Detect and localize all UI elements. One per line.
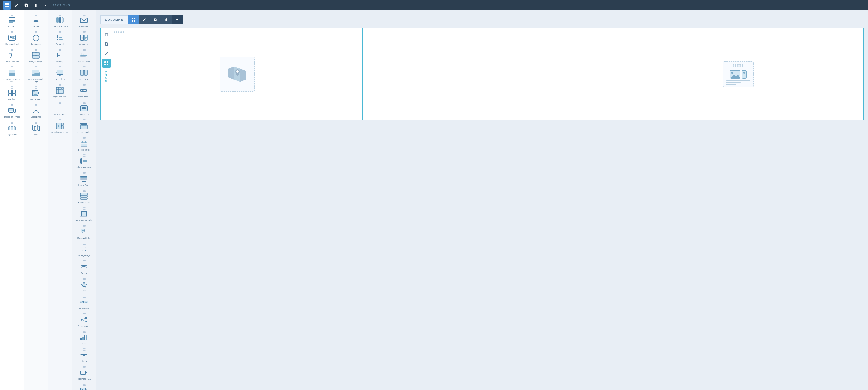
settings-label: Settings Page: [78, 254, 90, 257]
widget-stats[interactable]: Stats: [73, 329, 94, 346]
svg-rect-20: [8, 73, 16, 76]
widget-icon[interactable]: Icon: [73, 277, 94, 293]
svg-rect-61: [59, 39, 63, 40]
svg-rect-26: [12, 93, 16, 96]
divider-label: Divider: [81, 360, 87, 362]
svg-rect-112: [81, 193, 88, 195]
widget-recent-posts[interactable]: Recent posts: [73, 188, 94, 205]
svg-rect-182: [742, 70, 746, 78]
svg-rect-38: [36, 52, 39, 55]
widget-social-follow[interactable]: f in t Social follow: [73, 294, 94, 311]
dots-decoration: [82, 49, 86, 51]
widget-pricing[interactable]: Pricing Table: [73, 171, 94, 187]
hero-slider-icon: [56, 69, 64, 78]
widget-pillar-menu[interactable]: Pillar Page Menu: [73, 153, 94, 170]
widget-accordion[interactable]: Accordion: [1, 12, 23, 29]
svg-point-178: [237, 70, 239, 72]
svg-rect-32: [14, 126, 16, 130]
button-4-icon: [80, 263, 88, 271]
dots-decoration: [9, 122, 14, 124]
widget-newsletter[interactable]: Newsletter: [73, 12, 94, 29]
svg-text:1: 1: [81, 36, 83, 40]
widget-number-row[interactable]: 1 2 3 Two Columns: [73, 48, 94, 64]
svg-rect-103: [83, 160, 87, 161]
widget-video[interactable]: Video: [73, 382, 94, 390]
widget-logos-slider[interactable]: Logos slider: [1, 120, 23, 137]
dots-decoration: [58, 102, 62, 104]
widget-heading[interactable]: H Heading: [49, 48, 70, 64]
widget-hero-angle[interactable]: Hero Ocean wit h angle: [25, 65, 46, 84]
svg-rect-101: [81, 158, 82, 163]
widget-ocean-cta[interactable]: Ocean CTA: [73, 100, 94, 117]
button-4-label: Button: [81, 272, 87, 274]
widget-follow-up[interactable]: Follow Me - U...: [73, 365, 94, 382]
col-edit-button[interactable]: [139, 15, 150, 24]
widget-two-columns[interactable]: Typed Anim: [73, 65, 94, 82]
canvas-copy-button[interactable]: [102, 40, 111, 49]
svg-point-97: [81, 141, 84, 143]
heading-label: Heading: [56, 61, 64, 63]
svg-rect-4: [25, 4, 28, 6]
widget-legal-links[interactable]: Legal Links: [25, 103, 46, 120]
fancy-list-icon: [56, 34, 64, 42]
svg-rect-39: [32, 55, 36, 58]
canvas-edit-button[interactable]: [102, 49, 111, 58]
widget-company-card[interactable]: Company Card: [1, 30, 23, 47]
widget-ocean-header[interactable]: Ocean Header: [73, 118, 94, 135]
canvas-column-3[interactable]: [613, 28, 863, 120]
widget-icon-box[interactable]: Icon box: [1, 85, 23, 102]
svg-rect-113: [81, 196, 88, 197]
widget-color-cards[interactable]: Color Image Cards: [49, 12, 70, 29]
widget-button[interactable]: Button: [25, 12, 46, 29]
svg-rect-118: [82, 231, 83, 232]
toolbar-grid-button[interactable]: [3, 1, 11, 9]
line-box-label: Line Box - Title...: [53, 113, 67, 116]
widget-fancy-rich-text[interactable]: Fancy Rich Text: [1, 48, 23, 64]
widget-countdown[interactable]: Countdown: [25, 30, 46, 47]
toolbar-delete-button[interactable]: [31, 1, 40, 9]
col-copy-button[interactable]: [150, 15, 161, 24]
toolbar-more-button[interactable]: [41, 1, 50, 9]
svg-rect-6: [8, 17, 16, 18]
svg-rect-30: [8, 126, 10, 130]
col-more-button[interactable]: [172, 15, 183, 24]
svg-rect-77: [61, 123, 63, 126]
dots-decoration: [58, 119, 62, 121]
widget-images-grid[interactable]: Images grid with...: [49, 83, 70, 99]
canvas-column-1[interactable]: [112, 28, 363, 120]
canvas-grid-button[interactable]: [102, 59, 111, 68]
widget-map[interactable]: Map: [25, 120, 46, 137]
widget-settings[interactable]: Settings Page: [73, 241, 94, 258]
canvas-column-2[interactable]: [363, 28, 613, 120]
canvas-delete-button[interactable]: [102, 30, 111, 39]
widget-image-video[interactable]: Image or video...: [25, 85, 46, 102]
widget-images-devices[interactable]: Images on devices: [1, 103, 23, 120]
hero-ocean-label: Hero Ocean one or two...: [2, 78, 22, 83]
widget-number-card[interactable]: 1 2 Number row: [73, 30, 94, 47]
widget-hero-slider[interactable]: Hero Slider: [49, 65, 70, 82]
widget-typed-anim[interactable]: Type| Video If the...: [73, 83, 94, 99]
col-delete-button[interactable]: [161, 15, 172, 24]
svg-point-60: [57, 39, 58, 40]
svg-rect-69: [59, 87, 61, 90]
widget-social-sharing[interactable]: Social sharing: [73, 312, 94, 329]
widget-people-cards[interactable]: People cards: [73, 136, 94, 152]
toolbar-copy-button[interactable]: [22, 1, 31, 9]
widget-hero-ocean[interactable]: Hero Ocean one or two...: [1, 65, 23, 84]
svg-rect-111: [82, 181, 86, 182]
widget-line-box[interactable]: -T Line Box - Title...: [49, 100, 70, 117]
dots-decoration: [82, 313, 86, 316]
widget-divider[interactable]: Divider: [73, 347, 94, 364]
widget-gallery[interactable]: Gallery of image s.: [25, 48, 46, 64]
widget-fancy-list[interactable]: Fancy list: [49, 30, 70, 47]
toolbar-edit-button[interactable]: [12, 1, 21, 9]
widget-button-4[interactable]: Button: [73, 259, 94, 276]
svg-rect-64: [57, 70, 63, 74]
color-cards-icon: [56, 17, 64, 25]
widget-reviews-slider[interactable]: Reviews Slider: [73, 224, 94, 241]
dots-decoration: [82, 225, 86, 227]
col-grid-button[interactable]: [128, 15, 139, 24]
widget-mosaic[interactable]: Mosaic Img - Video: [49, 118, 70, 135]
svg-point-47: [33, 91, 35, 92]
widget-recent-posts-slider[interactable]: Recent posts slider: [73, 206, 94, 223]
